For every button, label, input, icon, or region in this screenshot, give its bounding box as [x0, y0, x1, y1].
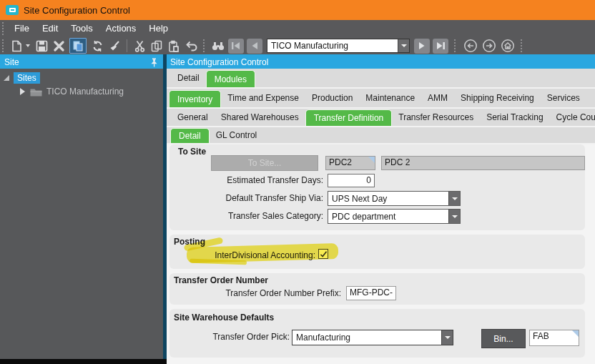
expander-open-icon[interactable] [4, 75, 9, 81]
tree-node-sites[interactable]: Sites [4, 72, 40, 84]
menu-tools[interactable]: Tools [64, 20, 99, 37]
bin-button[interactable]: Bin... [481, 329, 526, 348]
title-bar: Site Configuration Control [0, 0, 595, 20]
to-site-code-field[interactable]: PDC2 [325, 156, 375, 170]
form-page: To Site To Site... PDC2 PDC 2 Estimated … [167, 144, 595, 364]
filter-in-place-icon[interactable] [69, 38, 87, 54]
transfer-order-number-prefix-input[interactable]: MFG-PDC- [346, 286, 396, 300]
bin-field[interactable]: FAB [529, 330, 579, 346]
expander-closed-icon[interactable] [20, 88, 25, 95]
pin-icon[interactable] [150, 58, 158, 67]
next-record-icon[interactable] [414, 39, 430, 54]
save-icon[interactable] [33, 38, 50, 54]
tab-shipping-receiving[interactable]: Shipping Receiving [454, 93, 541, 103]
transfer-order-number-prefix-label: Transfer Order Number Prefix: [169, 288, 341, 298]
transfer-sales-category-label: Transfer Sales Category: [169, 211, 323, 221]
tab-time-and-expense[interactable]: Time and Expense [221, 93, 305, 103]
section-posting: Posting InterDivisional Accounting: [169, 235, 585, 269]
tab-cycle-count[interactable]: Cycle Count [550, 112, 595, 122]
tab-strip-level2: Inventory Time and Expense Production Ma… [167, 89, 595, 109]
menu-edit[interactable]: Edit [36, 20, 64, 37]
tab-serial-tracking[interactable]: Serial Tracking [480, 112, 549, 122]
delete-icon[interactable] [50, 38, 67, 54]
to-site-description-field: PDC 2 [381, 156, 585, 170]
link-corner-icon [368, 157, 375, 163]
refresh-icon[interactable] [89, 38, 106, 54]
back-icon[interactable] [463, 39, 478, 53]
tree-node-tico[interactable]: TICO Manufacturing [20, 87, 124, 97]
menu-actions[interactable]: Actions [99, 20, 143, 37]
toolbar: TICO Manufacturing [0, 37, 595, 54]
tab-transfer-resources[interactable]: Transfer Resources [392, 112, 480, 122]
transfer-order-pick-combobox[interactable]: Manufacturing [292, 330, 453, 345]
tab-maintenance[interactable]: Maintenance [359, 93, 421, 103]
link-corner-icon [572, 330, 579, 337]
section-header: Posting [174, 237, 205, 247]
section-header: Transfer Order Number [174, 275, 268, 285]
tab-inventory[interactable]: Inventory [169, 90, 221, 107]
section-transfer-order-number: Transfer Order Number Transfer Order Num… [169, 273, 585, 305]
menu-help[interactable]: Help [142, 20, 174, 37]
new-object-dropdown-icon[interactable] [26, 44, 30, 47]
section-header: Site Warehouse Defaults [174, 313, 274, 323]
tab-transfer-definition[interactable]: Transfer Definition [305, 109, 393, 126]
collection-combobox[interactable]: TICO Manufacturing [267, 39, 410, 53]
tab-strip-level4: Detail GL Control [167, 127, 595, 144]
tab-strip-level3: General Shared Warehouses Transfer Defin… [167, 109, 595, 127]
section-site-warehouse-defaults: Site Warehouse Defaults Transfer Order P… [169, 309, 585, 358]
menu-file[interactable]: File [8, 20, 36, 37]
previous-record-icon[interactable] [247, 39, 262, 54]
chevron-down-icon[interactable] [441, 330, 453, 345]
drag-grip-icon[interactable] [2, 22, 5, 35]
to-site-button[interactable]: To Site... [211, 155, 318, 171]
app-icon [6, 5, 19, 15]
home-icon[interactable] [501, 39, 515, 53]
copy-icon[interactable] [148, 38, 165, 54]
menu-bar: File Edit Tools Actions Help [0, 20, 595, 37]
section-to-site: To Site To Site... PDC2 PDC 2 Estimated … [169, 144, 585, 230]
last-record-icon[interactable] [433, 39, 448, 54]
drag-grip-icon[interactable] [2, 39, 5, 52]
section-header: To Site [178, 147, 206, 157]
default-transfer-ship-via-combobox[interactable]: UPS Next Day [328, 191, 461, 206]
tree-node-tico-label[interactable]: TICO Manufacturing [46, 87, 124, 97]
tab-modules[interactable]: Modules [206, 70, 255, 87]
estimated-transfer-days-label: Estimated Transfer Days: [169, 175, 323, 185]
folder-icon [30, 87, 42, 97]
window-title: Site Configuration Control [24, 5, 130, 16]
tab-shared-warehouses[interactable]: Shared Warehouses [215, 112, 305, 122]
undo-icon[interactable] [182, 38, 200, 54]
tab-amm[interactable]: AMM [421, 93, 454, 103]
first-record-icon[interactable] [228, 39, 244, 54]
site-tree-panel: Sites TICO Manufacturing [0, 69, 163, 359]
interdivisional-accounting-label: InterDivisional Accounting: [169, 250, 315, 260]
cut-icon[interactable] [131, 38, 148, 54]
tab-strip-level1: Detail Modules [167, 69, 595, 89]
check-icon [320, 250, 328, 258]
tab-detail-inner[interactable]: Detail [170, 128, 210, 143]
paste-icon[interactable] [165, 38, 182, 54]
tab-detail[interactable]: Detail [171, 73, 206, 83]
drag-grip-icon[interactable] [203, 39, 206, 52]
tab-production[interactable]: Production [305, 93, 359, 103]
chevron-down-icon[interactable] [398, 39, 409, 52]
window-bottom-edge [0, 359, 167, 364]
chevron-down-icon[interactable] [448, 210, 460, 223]
drag-grip-icon[interactable] [521, 39, 523, 52]
collection-value: TICO Manufacturing [267, 41, 398, 51]
forward-icon[interactable] [482, 39, 496, 53]
clean-icon[interactable] [106, 38, 123, 54]
tab-general[interactable]: General [171, 112, 215, 122]
chevron-down-icon[interactable] [448, 192, 460, 205]
find-icon[interactable] [210, 38, 227, 54]
transfer-sales-category-combobox[interactable]: PDC department [328, 209, 461, 224]
sidebar-title: Site [4, 56, 150, 69]
estimated-transfer-days-input[interactable]: 0 [328, 174, 375, 187]
interdivisional-accounting-checkbox[interactable] [318, 249, 328, 259]
tab-services[interactable]: Services [541, 93, 586, 103]
tree-node-sites-label[interactable]: Sites [14, 72, 40, 84]
content-header: Site Configuration Control [167, 56, 595, 69]
tab-gl-control[interactable]: GL Control [210, 130, 264, 140]
new-object-icon[interactable] [8, 38, 25, 54]
transfer-order-pick-label: Transfer Order Pick: [169, 332, 290, 342]
